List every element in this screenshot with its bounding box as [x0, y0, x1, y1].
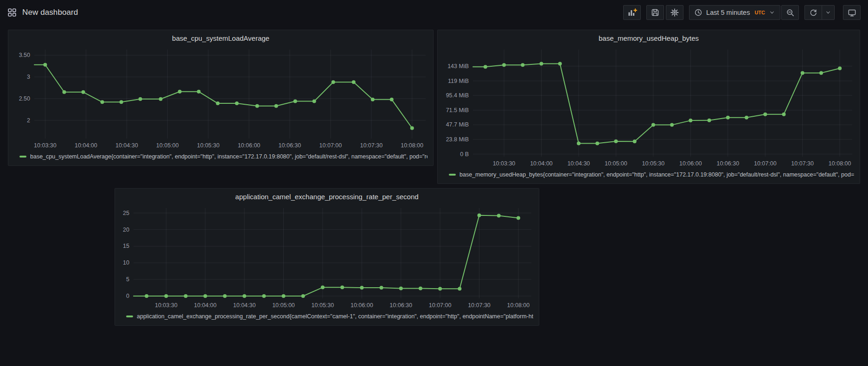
tv-mode-button[interactable] [843, 5, 861, 20]
dashboard-header: New dashboard [0, 0, 868, 25]
refresh-icon [809, 8, 817, 17]
svg-text:10:06:30: 10:06:30 [716, 160, 739, 167]
refresh-button[interactable] [804, 5, 822, 20]
header-left: New dashboard [7, 8, 78, 17]
svg-text:10:03:30: 10:03:30 [34, 142, 57, 149]
panel-title[interactable]: application_camel_exchange_processing_ra… [115, 189, 539, 204]
legend-series-marker [19, 156, 26, 158]
legend-series-label: base_memory_usedHeap_bytes{container="in… [460, 171, 854, 178]
svg-text:10:07:30: 10:07:30 [791, 160, 814, 167]
svg-text:10:04:00: 10:04:00 [530, 160, 553, 167]
svg-text:10:05:30: 10:05:30 [312, 302, 334, 309]
legend-item[interactable]: base_memory_usedHeap_bytes{container="in… [438, 169, 860, 183]
time-range-label: Last 5 minutes [706, 9, 750, 16]
svg-text:10:05:00: 10:05:00 [605, 160, 627, 167]
refresh-interval-button[interactable] [822, 5, 835, 20]
svg-text:10:03:30: 10:03:30 [493, 160, 516, 167]
svg-text:10:07:00: 10:07:00 [319, 142, 342, 149]
zoom-out-icon [786, 8, 795, 17]
svg-text:10:05:30: 10:05:30 [642, 160, 665, 167]
svg-text:47.7 MiB: 47.7 MiB [446, 121, 469, 128]
panel-title[interactable]: base_cpu_systemLoadAverage [8, 30, 433, 46]
svg-text:3.50: 3.50 [19, 52, 30, 58]
svg-text:15: 15 [123, 243, 129, 249]
panel-title[interactable]: base_memory_usedHeap_bytes [438, 30, 860, 46]
svg-text:25: 25 [123, 210, 129, 216]
apps-grid-icon [7, 8, 17, 17]
timeseries-plot[interactable]: 10:03:3010:04:0010:04:3010:05:0010:05:30… [8, 46, 433, 151]
svg-text:0: 0 [126, 293, 129, 299]
chevron-down-icon [769, 9, 775, 16]
svg-text:71.5 MiB: 71.5 MiB [446, 107, 469, 114]
monitor-icon [848, 8, 856, 17]
svg-text:10:04:30: 10:04:30 [233, 302, 256, 309]
page-title: New dashboard [22, 8, 78, 17]
svg-text:0 B: 0 B [460, 151, 469, 158]
svg-text:10:07:30: 10:07:30 [468, 302, 491, 309]
legend-series-label: base_cpu_systemLoadAverage{container="in… [30, 153, 428, 160]
svg-text:20: 20 [123, 227, 129, 233]
gear-icon [670, 8, 679, 17]
svg-text:10:07:00: 10:07:00 [754, 160, 777, 167]
svg-text:10:06:30: 10:06:30 [279, 142, 301, 149]
timeseries-plot[interactable]: 10:03:3010:04:0010:04:3010:05:0010:05:30… [438, 46, 860, 169]
svg-text:23.8 MiB: 23.8 MiB [446, 136, 469, 143]
svg-text:95.4 MiB: 95.4 MiB [446, 92, 469, 99]
svg-text:10:04:00: 10:04:00 [194, 302, 217, 309]
zoom-out-button[interactable] [781, 5, 799, 20]
time-range-picker-button[interactable]: Last 5 minutes UTC [689, 5, 780, 20]
legend-item[interactable]: application_camel_exchange_processing_ra… [115, 310, 539, 325]
legend-series-label: application_camel_exchange_processing_ra… [137, 313, 533, 320]
timezone-badge: UTC [754, 10, 765, 15]
grafana-dashboard: New dashboard [0, 0, 868, 366]
svg-text:10:05:00: 10:05:00 [156, 142, 179, 149]
svg-text:10:03:30: 10:03:30 [155, 302, 178, 309]
svg-text:10:05:00: 10:05:00 [272, 302, 295, 309]
add-panel-button[interactable] [623, 5, 641, 20]
dashboard-settings-button[interactable] [666, 5, 683, 20]
svg-text:10:06:00: 10:06:00 [238, 142, 261, 149]
legend-series-marker [449, 174, 456, 176]
timeseries-plot[interactable]: 10:03:3010:04:0010:04:3010:05:0010:05:30… [115, 204, 539, 310]
svg-text:10:06:00: 10:06:00 [679, 160, 702, 167]
svg-text:2.50: 2.50 [19, 95, 30, 102]
svg-text:143 MiB: 143 MiB [447, 63, 469, 69]
svg-text:2: 2 [27, 117, 30, 124]
panel-memory-used-heap: base_memory_usedHeap_bytes 10:03:3010:04… [437, 30, 860, 184]
svg-text:10:04:30: 10:04:30 [115, 142, 138, 149]
svg-text:10:04:30: 10:04:30 [568, 160, 590, 167]
svg-text:5: 5 [126, 276, 129, 283]
chevron-down-icon [825, 9, 831, 16]
svg-text:10:06:30: 10:06:30 [389, 302, 412, 309]
svg-text:10:06:00: 10:06:00 [351, 302, 373, 309]
svg-text:10:07:30: 10:07:30 [360, 142, 383, 149]
save-dashboard-button[interactable] [646, 5, 664, 20]
legend-series-marker [126, 316, 133, 317]
svg-text:10:05:30: 10:05:30 [197, 142, 220, 149]
save-icon [651, 8, 660, 17]
panel-camel-exchange-rate: application_camel_exchange_processing_ra… [115, 188, 539, 326]
svg-text:10:08:00: 10:08:00 [507, 302, 530, 309]
clock-icon [694, 8, 702, 17]
bar-chart-plus-icon [627, 8, 637, 17]
svg-text:10:04:00: 10:04:00 [75, 142, 97, 149]
panel-cpu-system-load-average: base_cpu_systemLoadAverage 10:03:3010:04… [8, 30, 434, 166]
svg-text:10:08:00: 10:08:00 [829, 160, 851, 167]
legend-item[interactable]: base_cpu_systemLoadAverage{container="in… [8, 151, 433, 165]
svg-text:10: 10 [123, 259, 129, 266]
svg-text:10:08:00: 10:08:00 [401, 142, 423, 149]
svg-text:3: 3 [27, 74, 30, 80]
header-toolbar: Last 5 minutes UTC [623, 5, 861, 20]
svg-text:10:07:00: 10:07:00 [429, 302, 452, 309]
svg-text:119 MiB: 119 MiB [448, 78, 469, 84]
